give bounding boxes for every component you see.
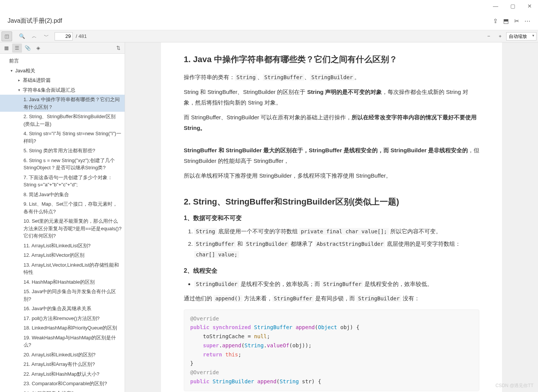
outline-item[interactable]: 18. LinkedHashMap和PriorityQueue的区别: [0, 323, 125, 333]
paragraph: 通过他们的 append() 方法来看，StringBuffer 是有同步锁，而…: [184, 293, 479, 304]
window-controls: — ▢ ✕: [0, 0, 538, 12]
outline-list: 前言▾Java相关▸基础&进阶篇▾字符串&集合面试题汇总1. Java 中操作字…: [0, 54, 125, 392]
sidebar-tabs: ▦ ☰ 📎 ◈ ⇅: [0, 42, 125, 54]
outline-item[interactable]: 5. String 类的常用方法都有那些?: [0, 146, 125, 156]
outline-label: 基础&进阶篇: [23, 77, 51, 84]
outline-item[interactable]: ▾字符串&集合面试题汇总: [0, 85, 125, 95]
outline-label: 21. ArrayList和Array有什么区别?: [23, 361, 95, 367]
next-page-button[interactable]: ﹀: [41, 31, 52, 41]
list-item: String 底层使用一个不可变的字符数组 private final char…: [194, 226, 479, 237]
attachments-tab[interactable]: 📎: [23, 44, 33, 53]
outline-tab[interactable]: ☰: [12, 44, 22, 53]
more-icon[interactable]: ⋯: [524, 17, 530, 25]
pdf-toolbar: ◫ 🔍 ︿ ﹀ / 481 − + 自动缩放: [0, 30, 538, 42]
thumbnails-tab[interactable]: ▦: [2, 44, 11, 53]
outline-settings-tab[interactable]: ⇅: [113, 44, 123, 53]
outline-item[interactable]: 9. List、Map、Set三个接口，存取元素时，各有什么特点?: [0, 199, 125, 216]
paragraph: 所以在单线程环境下推荐使用 StringBuilder，多线程环境下推荐使用 S…: [184, 170, 479, 181]
outline-label: Java相关: [15, 67, 35, 75]
outline-label: 4. String str="i"与 String str=new String…: [23, 131, 121, 144]
zoom-in-button[interactable]: +: [495, 31, 505, 41]
outline-label: 1. Java 中操作字符串都有哪些类？它们之间有什么区别？: [23, 97, 120, 110]
outline-label: 12. ArrayList和Vector的区别: [23, 252, 84, 258]
paragraph: StringBuffer 和 StringBuilder 最大的区别在于，Str…: [184, 145, 479, 167]
outline-label: 19. WeakHashMap与HashMap的区别是什么?: [23, 335, 116, 348]
outline-label: 23. Comparator和Comparable的区别?: [23, 381, 107, 386]
minimize-button[interactable]: —: [490, 2, 501, 11]
prev-page-button[interactable]: ︿: [29, 31, 39, 41]
list-item: StringBuffer 和 StringBuilder 都继承了 Abstra…: [194, 239, 479, 260]
heading-2: 2. String、StringBuffer和StringBuilder区别(类…: [184, 196, 479, 208]
paragraph: String 和 StringBuffer、StringBuilder 的区别在…: [184, 87, 479, 108]
app-header: Java面试手册(2).pdf ⇪ ⬒ ✂ ⋯: [0, 12, 538, 30]
outline-label: 6. String s = new String("xyz");创建了几个Str…: [23, 158, 115, 171]
outline-item[interactable]: 7. 下面这条语句一共创建了多少个对象：String s="a"+"b"+"c"…: [0, 173, 125, 190]
outline-item[interactable]: 21. ArrayList和Array有什么区别?: [0, 359, 125, 369]
layers-tab[interactable]: ◈: [33, 44, 43, 53]
outline-item[interactable]: 15. Java中的同步集合与并发集合有什么区别?: [0, 287, 125, 304]
sidebar-toggle-button[interactable]: ◫: [2, 31, 12, 41]
outline-label: 字符串&集合面试题汇总: [23, 86, 75, 94]
maximize-button[interactable]: ▢: [507, 2, 518, 11]
scissors-icon[interactable]: ✂: [514, 17, 519, 25]
paragraph: 操作字符串的类有：String、StringBuffer、StringBuild…: [184, 72, 479, 83]
outline-item[interactable]: 24. 如何实现集合排序?: [0, 389, 125, 392]
outline-item[interactable]: 前言: [0, 56, 125, 66]
outline-item[interactable]: 4. String str="i"与 String str=new String…: [0, 129, 125, 146]
outline-label: 24. 如何实现集合排序?: [23, 390, 74, 392]
outline-item[interactable]: 8. 简述Java中的集合: [0, 190, 125, 200]
chevron-icon[interactable]: ▾: [9, 68, 14, 73]
chevron-icon[interactable]: ▸: [17, 77, 21, 83]
outline-item[interactable]: 6. String s = new String("xyz");创建了几个Str…: [0, 156, 125, 173]
outline-label: 10. Set里的元素是不能重复的，那么用什么方法来区分重复与否呢?是用==还是…: [23, 218, 122, 239]
outline-label: 9. List、Map、Set三个接口，存取元素时，各有什么特点?: [23, 201, 118, 214]
outline-label: 前言: [9, 58, 19, 64]
outline-label: 20. ArrayList和LinkedList的区别?: [23, 352, 95, 358]
outline-item[interactable]: 22. ArrayList和HashMap默认大小?: [0, 369, 125, 379]
outline-item[interactable]: ▾Java相关: [0, 66, 125, 76]
page-number-input[interactable]: [55, 32, 73, 41]
search-button[interactable]: 🔍: [17, 31, 27, 41]
unordered-list: StringBuilder 是线程不安全的，效率较高；而 StringBuffe…: [184, 279, 479, 290]
outline-item[interactable]: 10. Set里的元素是不能重复的，那么用什么方法来区分重复与否呢?是用==还是…: [0, 216, 125, 241]
zoom-out-button[interactable]: −: [483, 31, 494, 41]
outline-label: 22. ArrayList和HashMap默认大小?: [23, 371, 99, 377]
outline-item[interactable]: 16. Java中的集合及其继承关系: [0, 304, 125, 314]
outline-label: 13. ArrayList,Vector,LinkedList的存储性能和特性: [23, 262, 119, 275]
document-title: Java面试手册(2).pdf: [8, 17, 62, 25]
outline-item[interactable]: 17. poll()方法和remove()方法区别?: [0, 314, 125, 323]
page-total-label: / 481: [76, 33, 87, 39]
subheading: 1、数据可变和不可变: [184, 214, 479, 222]
zoom-select[interactable]: 自动缩放: [506, 32, 536, 41]
code-block: @Override public synchronized StringBuff…: [184, 309, 479, 391]
outline-label: 5. String 类的常用方法都有那些?: [23, 148, 95, 153]
share-icon[interactable]: ⇪: [493, 17, 498, 25]
outline-label: 8. 简述Java中的集合: [23, 192, 69, 197]
outline-item[interactable]: 12. ArrayList和Vector的区别: [0, 250, 125, 260]
close-button[interactable]: ✕: [524, 2, 535, 11]
watermark: CSDN @遇见你TT: [496, 383, 533, 389]
outline-label: 15. Java中的同步集合与并发集合有什么区别?: [23, 289, 116, 302]
outline-item[interactable]: 13. ArrayList,Vector,LinkedList的存储性能和特性: [0, 260, 125, 277]
outline-item[interactable]: ▸基础&进阶篇: [0, 75, 125, 85]
pdf-page: 1. Java 中操作字符串都有哪些类？它们之间有什么区别？ 操作字符串的类有：…: [161, 42, 502, 392]
outline-label: 2. String、StringBuffer和StringBuilder区别(类…: [23, 114, 116, 127]
download-icon[interactable]: ⬒: [503, 17, 509, 25]
outline-item[interactable]: 19. WeakHashMap与HashMap的区别是什么?: [0, 333, 125, 350]
outline-label: 7. 下面这条语句一共创建了多少个对象：String s="a"+"b"+"c"…: [23, 175, 113, 188]
ordered-list: String 底层使用一个不可变的字符数组 private final char…: [184, 226, 479, 260]
outline-item[interactable]: 11. ArrayList和LinkedList区别?: [0, 241, 125, 251]
chevron-icon[interactable]: ▾: [17, 87, 21, 93]
outline-label: 18. LinkedHashMap和PriorityQueue的区别: [23, 325, 117, 331]
paragraph: 而 StringBuffer、StringBuilder 可以在原有对象的基础上…: [184, 112, 479, 134]
outline-label: 17. poll()方法和remove()方法区别?: [23, 315, 100, 321]
heading-1: 1. Java 中操作字符串都有哪些类？它们之间有什么区别？: [184, 54, 479, 65]
outline-item[interactable]: 1. Java 中操作字符串都有哪些类？它们之间有什么区别？: [0, 95, 125, 112]
outline-item[interactable]: 14. HashMap和Hashtable的区别: [0, 277, 125, 287]
outline-item[interactable]: 20. ArrayList和LinkedList的区别?: [0, 350, 125, 360]
header-actions: ⇪ ⬒ ✂ ⋯: [493, 17, 530, 25]
pdf-viewport[interactable]: 1. Java 中操作字符串都有哪些类？它们之间有什么区别？ 操作字符串的类有：…: [125, 42, 538, 392]
outline-item[interactable]: 23. Comparator和Comparable的区别?: [0, 379, 125, 389]
outline-item[interactable]: 2. String、StringBuffer和StringBuilder区别(类…: [0, 112, 125, 129]
outline-label: 14. HashMap和Hashtable的区别: [23, 279, 95, 285]
